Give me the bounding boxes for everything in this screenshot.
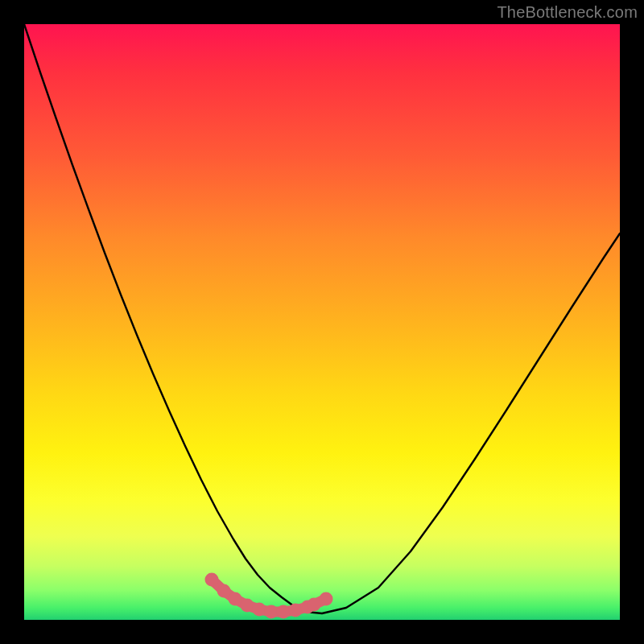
watermark-text: TheBottleneck.com (497, 3, 638, 22)
svg-point-4 (253, 603, 266, 617)
plot-area (24, 24, 620, 620)
svg-point-1 (217, 584, 231, 598)
svg-point-3 (241, 599, 254, 613)
svg-point-9 (308, 598, 321, 612)
svg-point-5 (265, 605, 279, 619)
svg-point-0 (205, 573, 219, 587)
svg-point-2 (229, 592, 242, 606)
svg-point-6 (277, 605, 291, 619)
curve-svg (24, 24, 620, 620)
svg-point-10 (320, 592, 333, 606)
chart-frame: TheBottleneck.com (0, 0, 644, 644)
bottleneck-curve (24, 24, 620, 613)
svg-point-7 (289, 604, 303, 617)
